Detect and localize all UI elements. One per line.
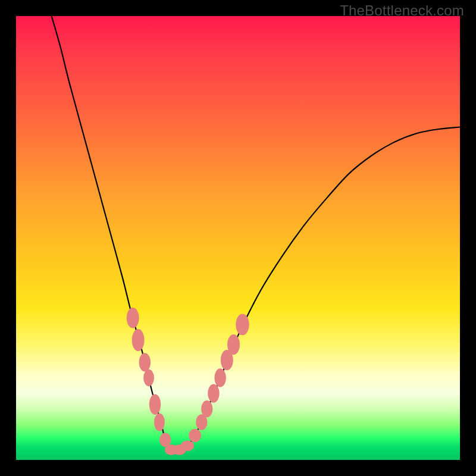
curve-marker: [127, 308, 139, 328]
marker-group: [127, 308, 249, 455]
curve-marker: [139, 353, 151, 371]
curve-marker: [173, 444, 186, 455]
chart-svg: [16, 16, 460, 460]
curve-marker: [159, 433, 171, 447]
curve-marker: [227, 334, 240, 355]
curve-marker: [143, 369, 154, 386]
curve-marker: [196, 414, 207, 430]
curve-marker: [208, 384, 219, 402]
outer-frame: TheBottleneck.com: [0, 0, 476, 476]
curve-marker: [236, 314, 249, 336]
curve-marker: [154, 414, 165, 431]
bottleneck-curve: [52, 16, 460, 451]
curve-marker: [201, 400, 212, 417]
curve-marker: [189, 429, 201, 442]
curve-marker: [165, 444, 178, 455]
curve-marker: [181, 440, 194, 451]
curve-marker: [149, 394, 161, 415]
plot-area: [16, 16, 460, 460]
curve-marker: [132, 329, 145, 351]
curve-marker: [221, 350, 233, 370]
curve-marker: [214, 368, 226, 387]
